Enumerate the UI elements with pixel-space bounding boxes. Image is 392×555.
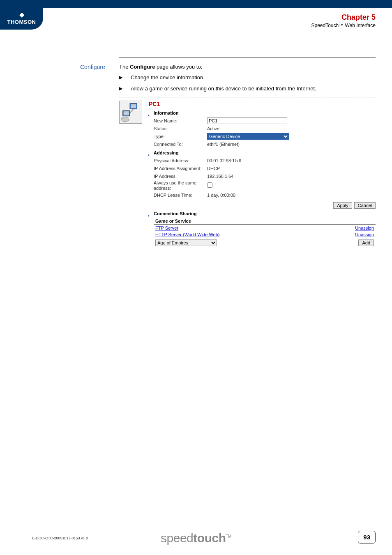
device-panel: PC1 Information New Name: Status: Active… [119,101,376,247]
intro-suffix: page allows you to: [155,64,202,70]
label-lease: DHCP Lease Time: [154,193,207,198]
row-connected: Connected To: ethif1 (Ethernet) [154,140,376,148]
device-icon [119,101,142,124]
brand-logo: ◆ THOMSON [0,0,43,30]
doc-id: E-DOC-CTC-20051017-0153 v1.0 [32,536,88,540]
label-new-name: New Name: [154,118,207,123]
arrow-icon: ▶ [119,74,131,80]
svg-rect-3 [124,111,129,115]
table-row: HTTP Server (World Wide Web) Unassign [154,231,376,238]
intro-bold: Configure [130,64,155,70]
row-ipassign: IP Address Assignment: DHCP [154,165,376,172]
label-type: Type: [154,134,207,139]
table-row: FTP Server Unassign [154,225,376,232]
th-game-service: Game or Service [154,218,321,225]
connection-sharing-table: Game or Service FTP Server Unassign HTTP… [154,218,376,247]
svg-line-4 [130,109,134,113]
arrow-icon: ▶ [119,85,131,91]
svg-rect-1 [131,104,136,108]
chapter-title: Chapter 5 [311,13,376,22]
bullet-text: Allow a game or service running on this … [131,85,376,93]
page-number: 93 [358,531,376,543]
device-body: PC1 Information New Name: Status: Active… [149,101,376,247]
bullet-text: Change the device information. [131,74,376,82]
section-addressing: Addressing Physical Address: 00:01:02:98… [149,150,376,199]
label-status: Status: [154,126,207,131]
add-service-row: Age of Empires Add [154,238,376,247]
value-status: Active [207,126,376,131]
th-action [321,218,376,225]
row-same-address: Always use the same address: [154,180,376,191]
select-type[interactable]: Generic Device [207,133,289,140]
select-add-service[interactable]: Age of Empires [155,240,217,246]
label-same-address: Always use the same address: [154,180,207,191]
section-information: Information New Name: Status: Active Typ… [149,111,376,148]
section-connection-sharing: Connection Sharing Game or Service FTP S… [149,211,376,247]
section-heading: Addressing [154,150,376,155]
intro-text: The Configure page allows you to: [119,64,376,70]
logo-bold: touch [193,531,226,545]
speedtouch-logo: speedtouchTM [161,531,231,545]
body-column: The Configure page allows you to: ▶ Chan… [119,64,376,247]
row-physical: Physical Address: 00:01:02:98:1f:df [154,157,376,164]
add-button[interactable]: Add [358,240,374,246]
link-service[interactable]: FTP Server [155,226,178,230]
button-row: Apply Cancel [149,202,376,209]
row-status: Status: Active [154,125,376,132]
dashed-separator [119,97,376,97]
section-label: Configure [80,64,105,70]
brand-name: THOMSON [7,19,36,25]
apply-button[interactable]: Apply [333,202,352,209]
label-physical: Physical Address: [154,158,207,163]
row-lease: DHCP Lease Time: 1 day, 0:00:00 [154,191,376,199]
value-lease: 1 day, 0:00:00 [207,193,376,198]
input-new-name[interactable] [207,117,287,124]
logo-light: speed [161,531,193,545]
cancel-button[interactable]: Cancel [354,202,376,209]
link-service[interactable]: HTTP Server (World Wide Web) [155,232,219,237]
section-heading: Information [154,111,376,115]
top-banner [0,0,392,8]
device-title: PC1 [149,101,376,107]
intro-prefix: The [119,64,130,70]
link-unassign[interactable]: Unassign [355,232,374,237]
svg-point-5 [121,117,129,122]
link-unassign[interactable]: Unassign [355,226,374,230]
pc-network-icon [120,101,142,123]
bullet-item: ▶ Allow a game or service running on thi… [119,85,376,93]
header-rule [119,58,376,58]
value-connected: ethif1 (Ethernet) [207,142,376,147]
bullet-item: ▶ Change the device information. [119,74,376,82]
value-ip: 192.168.1.64 [207,174,376,179]
label-ip: IP Address: [154,174,207,179]
chapter-subtitle: SpeedTouch™ Web Interface [311,23,376,28]
logo-tm: TM [226,534,231,539]
value-ipassign: DHCP [207,166,376,171]
checkbox-same-address[interactable] [207,182,212,188]
section-heading: Connection Sharing [154,211,376,216]
value-physical: 00:01:02:98:1f:df [207,158,376,163]
label-connected: Connected To: [154,142,207,147]
row-type: Type: Generic Device [154,133,376,140]
label-ipassign: IP Address Assignment: [154,166,207,171]
page-footer: E-DOC-CTC-20051017-0153 v1.0 speedtouchT… [0,520,392,545]
row-ip: IP Address: 192.168.1.64 [154,173,376,180]
page-header: Chapter 5 SpeedTouch™ Web Interface [311,13,376,28]
row-new-name: New Name: [154,117,376,124]
thomson-emblem-icon: ◆ [0,12,43,18]
